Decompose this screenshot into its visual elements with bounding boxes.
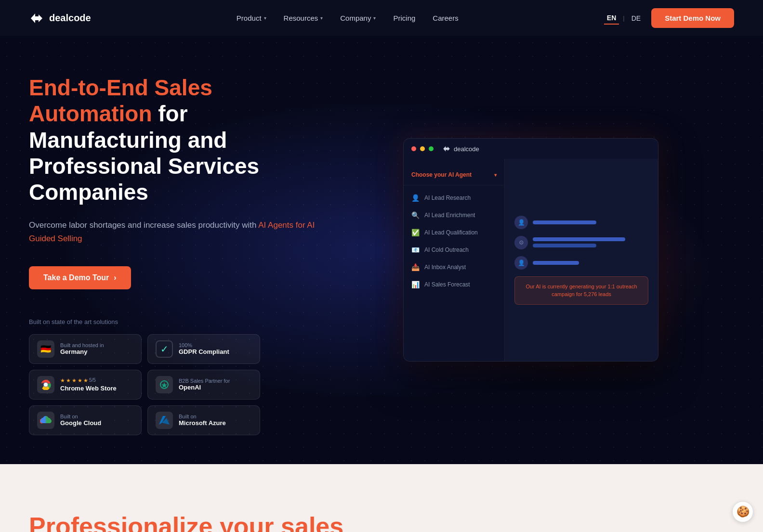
- nav-item-careers[interactable]: Careers: [433, 14, 458, 22]
- activity-avatar-3: 👤: [514, 256, 528, 270]
- badge-chrome-main: Chrome Web Store: [60, 385, 117, 392]
- hero-left: End-to-End Sales Automation for Manufact…: [29, 36, 328, 464]
- nav-item-pricing[interactable]: Pricing: [393, 14, 415, 22]
- sales-forecast-icon: 📊: [411, 281, 420, 288]
- sidebar-item-inbox-analyst[interactable]: 📥 AI Inbox Analyst: [404, 259, 504, 276]
- app-mockup: dealcode Choose your AI Agent ▾ 👤 AI Lea…: [403, 138, 658, 362]
- nav-item-resources[interactable]: Resources▾: [284, 14, 323, 22]
- germany-icon: 🇩🇪: [37, 340, 54, 358]
- hero-section: End-to-End Sales Automation for Manufact…: [0, 36, 763, 464]
- badge-chrome[interactable]: ★★★★★ 5/5 Chrome Web Store: [29, 370, 142, 400]
- activity-bar: [533, 261, 579, 265]
- chevron-down-icon: ▾: [494, 172, 497, 178]
- arrow-right-icon: ›: [114, 273, 116, 282]
- inbox-analyst-icon: 📥: [411, 263, 420, 271]
- activity-bar: [533, 237, 625, 241]
- activity-bar: [533, 244, 596, 247]
- chevron-down-icon: ▾: [320, 15, 323, 21]
- nav-links: Product▾ Resources▾ Company▾ Pricing Car…: [237, 14, 459, 22]
- activity-bar: [533, 221, 596, 224]
- mockup-logo: dealcode: [442, 144, 479, 153]
- cold-outreach-icon: 📧: [411, 246, 420, 254]
- activity-avatar-2: ⚙: [514, 236, 528, 249]
- mockup-sidebar: Choose your AI Agent ▾ 👤 AI Lead Researc…: [404, 159, 505, 361]
- navbar: dealcode Product▾ Resources▾ Company▾ Pr…: [0, 0, 763, 36]
- nav-item-company[interactable]: Company▾: [340, 14, 376, 22]
- chevron-down-icon: ▾: [264, 15, 266, 21]
- lower-headline: Professionalize your sales strategy with…: [29, 512, 405, 532]
- activity-row-3: 👤: [514, 256, 648, 270]
- sidebar-item-lead-research[interactable]: 👤 AI Lead Research: [404, 189, 504, 207]
- badge-azure[interactable]: Built on Microsoft Azure: [147, 405, 260, 435]
- titlebar-dot-green: [429, 146, 434, 151]
- activity-row-1: 👤: [514, 216, 648, 229]
- badge-gcloud[interactable]: Built on Google Cloud: [29, 405, 142, 435]
- mockup-main: 👤 ⚙ 👤: [505, 159, 658, 361]
- lead-qualification-icon: ✅: [411, 229, 420, 236]
- hero-right: dealcode Choose your AI Agent ▾ 👤 AI Lea…: [328, 36, 734, 464]
- sidebar-item-cold-outreach[interactable]: 📧 AI Cold Outreach: [404, 241, 504, 259]
- badge-grid: 🇩🇪 Built and hosted in Germany ✓ 100% GD…: [29, 334, 260, 435]
- lower-section: Professionalize your sales strategy with…: [0, 464, 763, 532]
- svg-marker-3: [443, 146, 450, 152]
- start-demo-button[interactable]: Start Demo Now: [651, 8, 734, 28]
- logo[interactable]: dealcode: [29, 11, 91, 26]
- badge-azure-small: Built on: [179, 414, 226, 419]
- lang-en-button[interactable]: EN: [604, 12, 619, 25]
- mockup-titlebar: dealcode: [404, 139, 658, 159]
- hero-subtext: Overcome labor shortages and increase sa…: [29, 219, 328, 245]
- activity-avatar-1: 👤: [514, 216, 528, 229]
- lang-de-button[interactable]: DE: [629, 13, 644, 24]
- badge-azure-main: Microsoft Azure: [179, 419, 226, 427]
- azure-icon: [156, 412, 173, 429]
- gdpr-icon: ✓: [156, 340, 173, 358]
- badge-gcloud-small: Built on: [60, 414, 101, 419]
- cookie-icon: 🍪: [737, 506, 750, 518]
- gcloud-icon: [37, 412, 54, 429]
- svg-marker-0: [31, 13, 42, 23]
- badge-stars: ★★★★★ 5/5: [60, 377, 117, 384]
- mockup-body: Choose your AI Agent ▾ 👤 AI Lead Researc…: [404, 159, 658, 361]
- take-demo-tour-button[interactable]: Take a Demo Tour ›: [29, 266, 131, 289]
- agent-select-dropdown[interactable]: Choose your AI Agent ▾: [404, 168, 504, 185]
- badge-gcloud-main: Google Cloud: [60, 419, 101, 427]
- badge-openai[interactable]: B2B Sales Partner for OpenAI: [147, 370, 260, 400]
- ai-message: Our AI is currently generating your 1:1 …: [514, 276, 648, 305]
- badge-gdpr-main: GDPR Compliant: [179, 348, 229, 355]
- badge-germany-main: Germany: [60, 348, 104, 355]
- badge-germany-small: Built and hosted in: [60, 342, 104, 348]
- badge-openai-small: B2B Sales Partner for: [179, 378, 230, 384]
- nav-item-product[interactable]: Product▾: [237, 14, 266, 22]
- lead-enrichment-icon: 🔍: [411, 211, 420, 219]
- built-on-label: Built on state of the art solutions: [29, 318, 328, 325]
- logo-text: dealcode: [49, 13, 91, 24]
- badge-gdpr-small: 100%: [179, 342, 229, 348]
- logo-icon: [29, 11, 44, 26]
- openai-icon: [156, 376, 173, 393]
- cookie-consent-button[interactable]: 🍪: [732, 501, 753, 522]
- activity-row-2: ⚙: [514, 236, 648, 249]
- svg-point-2: [44, 383, 48, 387]
- badge-gdpr[interactable]: ✓ 100% GDPR Compliant: [147, 334, 260, 364]
- badge-germany[interactable]: 🇩🇪 Built and hosted in Germany: [29, 334, 142, 364]
- lang-switcher: EN | DE: [604, 12, 644, 25]
- nav-right: EN | DE Start Demo Now: [604, 8, 734, 28]
- badge-openai-main: OpenAI: [179, 384, 230, 391]
- sidebar-item-sales-forecast[interactable]: 📊 AI Sales Forecast: [404, 276, 504, 293]
- hero-headline: End-to-End Sales Automation for Manufact…: [29, 75, 328, 205]
- ai-activity: 👤 ⚙ 👤: [514, 216, 648, 305]
- chrome-icon: [37, 376, 54, 393]
- titlebar-dot-red: [411, 146, 416, 151]
- sidebar-item-lead-qualification[interactable]: ✅ AI Lead Qualification: [404, 224, 504, 241]
- sidebar-item-lead-enrichment[interactable]: 🔍 AI Lead Enrichment: [404, 207, 504, 224]
- chevron-down-icon: ▾: [373, 15, 376, 21]
- lead-research-icon: 👤: [411, 194, 420, 202]
- titlebar-dot-yellow: [420, 146, 425, 151]
